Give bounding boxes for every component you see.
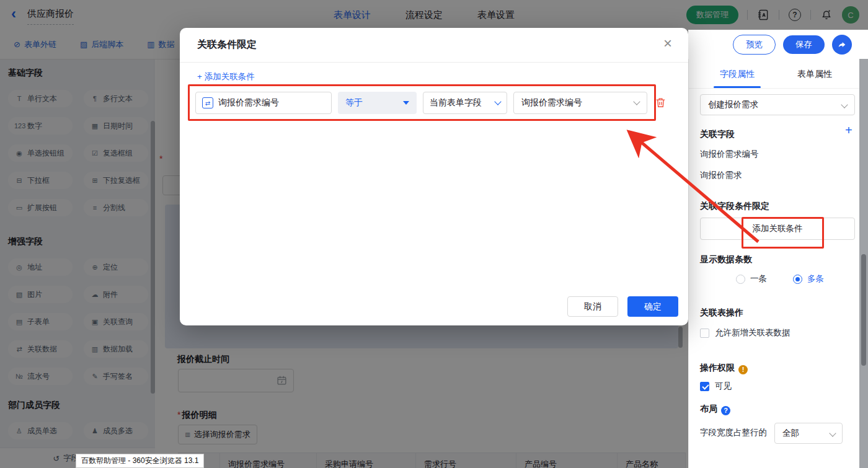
layout-title: 布局? xyxy=(700,404,730,415)
checkbox-unchecked[interactable] xyxy=(700,329,709,338)
source-value: 当前表单字段 xyxy=(430,97,482,108)
trash-icon[interactable] xyxy=(655,97,666,108)
add-condition-label: 添加关联条件 xyxy=(753,223,803,234)
modal-title: 关联条件限定 xyxy=(197,38,257,51)
browser-status-tooltip: 百数帮助管理 - 360安全浏览器 13.1 xyxy=(76,454,204,468)
divider xyxy=(180,62,688,63)
active-tab-underline xyxy=(714,86,761,88)
chevron-down-icon xyxy=(494,98,501,105)
assoc-fields-title: 关联字段 xyxy=(700,129,735,140)
radio-label: 一条 xyxy=(750,273,767,285)
panel-tab-1[interactable]: 表单属性 xyxy=(797,69,832,80)
condition-field-select[interactable]: ⇄ 询报价需求编号 xyxy=(195,92,332,114)
cancel-button[interactable]: 取消 xyxy=(567,296,618,317)
radio-label: 多条 xyxy=(807,273,824,285)
add-condition-link[interactable]: + 添加关联条件 xyxy=(197,71,255,82)
layout-title-text: 布局 xyxy=(700,404,717,413)
allow-add-label: 允许新增关联表数据 xyxy=(715,327,790,338)
operator-select[interactable]: 等于 xyxy=(338,92,417,114)
source-select[interactable]: 当前表单字段 xyxy=(423,92,507,114)
value-select[interactable]: 询报价需求编号 xyxy=(513,92,647,114)
radio-option-1[interactable]: 多条 xyxy=(793,273,824,285)
checkbox-checked[interactable] xyxy=(700,382,709,391)
property-panel: 字段属性表单属性 创建报价需求 关联字段 + 询报价需求编号询报价需求 关联字段… xyxy=(688,59,868,468)
visible-checkbox-row[interactable]: 可见 xyxy=(700,381,732,392)
radio-option-0[interactable]: 一条 xyxy=(736,273,767,285)
triangle-down-icon xyxy=(403,101,409,105)
link-field-icon: ⇄ xyxy=(202,97,213,108)
width-select[interactable]: 全部 xyxy=(774,423,843,444)
radio-checked[interactable] xyxy=(793,275,802,284)
permission-title-text: 操作权限 xyxy=(700,363,735,373)
permission-title: 操作权限! xyxy=(700,363,748,374)
radio-unchecked[interactable] xyxy=(736,275,745,284)
page-scrollbar-thumb[interactable] xyxy=(861,254,866,366)
chevron-down-icon xyxy=(633,98,640,105)
width-label: 字段宽度占整行的 xyxy=(700,427,767,438)
display-count-title: 显示数据条数 xyxy=(700,254,752,265)
panel-tab-0[interactable]: 字段属性 xyxy=(720,69,755,80)
condition-modal: 关联条件限定 × + 添加关联条件 ⇄ 询报价需求编号 等于 当前表单字段 询报… xyxy=(180,28,688,325)
allow-add-checkbox-row[interactable]: 允许新增关联表数据 xyxy=(700,327,790,338)
value-select-value: 询报价需求编号 xyxy=(521,97,582,108)
condition-title: 关联字段条件限定 xyxy=(700,201,769,212)
app-window: ‹ 供应商报价 表单设计流程设定表单设置 数据管理 ? C ⊘表单外链▨后端脚本… xyxy=(0,0,868,468)
page-scrollbar[interactable] xyxy=(859,59,868,468)
confirm-button[interactable]: 确定 xyxy=(627,296,678,317)
add-assoc-field-button[interactable]: + xyxy=(845,123,852,138)
assoc-field-0: 询报价需求编号 xyxy=(700,149,759,160)
preview-button[interactable]: 预览 xyxy=(733,35,776,55)
close-icon[interactable]: × xyxy=(663,36,672,51)
save-button[interactable]: 保存 xyxy=(783,35,825,54)
visible-label: 可见 xyxy=(715,381,732,392)
condition-field-value: 询报价需求编号 xyxy=(218,97,279,108)
target-form-value: 创建报价需求 xyxy=(708,99,758,110)
panel-tabs: 字段属性表单属性 xyxy=(689,59,868,89)
warning-icon: ! xyxy=(738,365,748,374)
assoc-field-1: 询报价需求 xyxy=(700,170,742,181)
share-arrow-icon xyxy=(837,40,847,50)
help-circle-icon[interactable]: ? xyxy=(721,406,730,415)
table-ops-title: 关联表操作 xyxy=(700,307,743,319)
chevron-down-icon xyxy=(841,101,848,108)
operator-value: 等于 xyxy=(345,97,363,108)
chevron-down-icon xyxy=(829,430,836,436)
toolbar-actions: 预览 保存 xyxy=(733,30,852,59)
width-value: 全部 xyxy=(782,428,799,439)
modal-overlay xyxy=(688,0,868,30)
display-count-options: 一条多条 xyxy=(736,273,824,285)
target-form-select[interactable]: 创建报价需求 xyxy=(700,94,855,115)
add-condition-button[interactable]: 添加关联条件 xyxy=(700,218,855,240)
share-button[interactable] xyxy=(832,35,852,55)
